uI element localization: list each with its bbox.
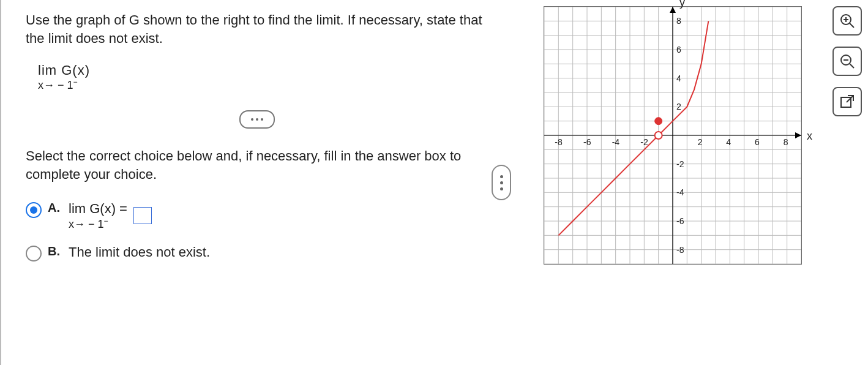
choice-B-text: The limit does not exist.: [69, 244, 210, 260]
svg-marker-41: [670, 7, 676, 13]
svg-text:-4: -4: [612, 137, 620, 147]
choice-A[interactable]: A. lim G(x) = x→ − 1−: [26, 201, 488, 231]
open-new-window-button[interactable]: [832, 87, 862, 116]
question-panel: Use the graph of G shown to the right to…: [0, 0, 501, 365]
limit-top: lim G(x): [38, 63, 488, 78]
zoom-out-icon: [839, 53, 855, 69]
limit-expression: lim G(x) x→ − 1−: [38, 63, 488, 91]
svg-point-59: [655, 118, 662, 125]
svg-text:-2: -2: [676, 159, 684, 169]
question-intro: Use the graph of G shown to the right to…: [26, 11, 488, 47]
answer-input-A[interactable]: [133, 207, 152, 224]
svg-text:-4: -4: [676, 187, 684, 197]
svg-text:4: 4: [726, 137, 731, 147]
svg-text:8: 8: [784, 137, 788, 147]
graph-of-G[interactable]: -8-6-4-22468-8-6-4-22468: [544, 6, 802, 265]
svg-text:2: 2: [676, 102, 681, 111]
svg-text:-6: -6: [676, 216, 684, 226]
answer-instruction: Select the correct choice below and, if …: [26, 147, 488, 183]
x-axis-label: x: [807, 130, 812, 143]
svg-text:-2: -2: [640, 137, 648, 147]
svg-point-58: [655, 132, 662, 139]
svg-text:-8: -8: [676, 245, 684, 255]
choice-B-letter: B.: [48, 244, 60, 258]
limit-bottom: x→ − 1−: [38, 78, 488, 92]
svg-marker-40: [795, 132, 801, 138]
svg-text:4: 4: [676, 73, 681, 83]
external-link-icon: [839, 94, 855, 110]
choice-A-letter: A.: [48, 201, 60, 215]
graph-tools: [832, 6, 862, 116]
choice-A-body: lim G(x) = x→ − 1−: [69, 201, 152, 231]
svg-line-65: [850, 64, 854, 68]
y-axis-label: y: [679, 0, 685, 9]
radio-B[interactable]: [26, 246, 42, 262]
svg-text:-8: -8: [555, 137, 563, 147]
svg-line-68: [847, 96, 853, 102]
zoom-in-icon: [839, 13, 855, 29]
graph-panel: -8-6-4-22468-8-6-4-22468 x y: [501, 0, 868, 365]
svg-text:-6: -6: [583, 137, 591, 147]
radio-A[interactable]: [26, 202, 42, 218]
zoom-out-button[interactable]: [832, 47, 862, 76]
choice-B[interactable]: B. The limit does not exist.: [26, 244, 488, 262]
svg-line-61: [850, 23, 854, 28]
svg-text:6: 6: [755, 137, 760, 147]
svg-text:6: 6: [676, 45, 681, 55]
more-options-button[interactable]: [239, 110, 275, 129]
svg-text:2: 2: [698, 137, 703, 147]
svg-text:8: 8: [676, 16, 681, 26]
zoom-in-button[interactable]: [832, 6, 862, 36]
graph-container: -8-6-4-22468-8-6-4-22468 x y: [544, 6, 802, 268]
